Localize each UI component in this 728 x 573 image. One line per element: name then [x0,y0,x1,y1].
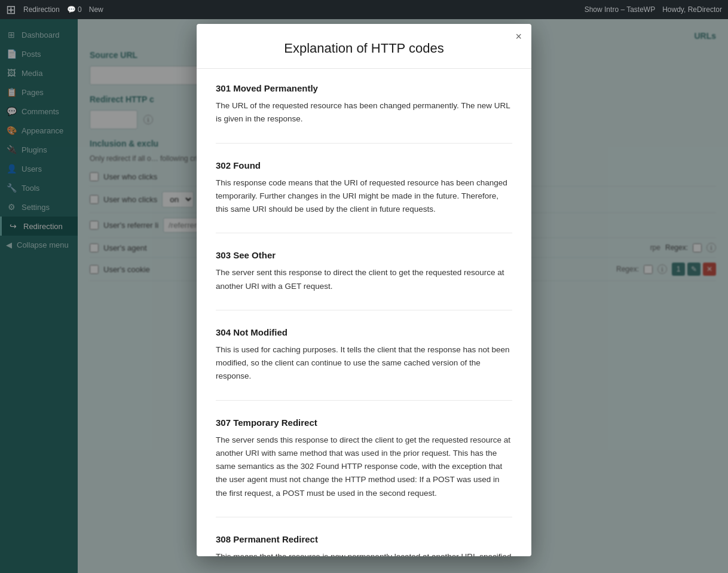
http-desc-301: The URL of the requested resource has be… [216,99,512,126]
http-title-302: 302 Found [216,160,512,170]
http-section-303: 303 See Other The server sent this respo… [216,250,512,293]
modal-close-button[interactable]: × [515,31,522,42]
divider-3 [216,310,512,310]
divider-4 [216,400,512,401]
http-section-302: 302 Found This response code means that … [216,160,512,217]
http-title-304: 304 Not Modified [216,327,512,337]
comments-link[interactable]: 💬 0 [67,5,82,14]
http-section-304: 304 Not Modified This is used for cachin… [216,327,512,383]
modal-http-codes: × Explanation of HTTP codes 301 Moved Pe… [197,24,531,556]
http-desc-308: This means that the resource is now perm… [216,550,512,556]
divider-2 [216,233,512,233]
http-section-307: 307 Temporary Redirect The server sends … [216,417,512,500]
new-link[interactable]: New [89,5,103,14]
show-intro-link[interactable]: Show Intro – TasteWP [585,5,656,14]
divider-1 [216,143,512,144]
http-desc-307: The server sends this response to direct… [216,434,512,500]
wp-logo-icon[interactable]: ⊞ [6,2,16,17]
http-title-307: 307 Temporary Redirect [216,417,512,428]
modal-overlay[interactable]: × Explanation of HTTP codes 301 Moved Pe… [78,19,728,573]
howdy-label: Howdy, ReDirector [662,5,722,14]
modal-title: Explanation of HTTP codes [197,24,531,69]
http-title-303: 303 See Other [216,250,512,260]
http-desc-302: This response code means that the URI of… [216,176,512,217]
http-section-301: 301 Moved Permanently The URL of the req… [216,83,512,126]
modal-body: 301 Moved Permanently The URL of the req… [197,69,531,556]
http-desc-303: The server sent this response to direct … [216,266,512,293]
site-name[interactable]: Redirection [23,5,60,14]
http-section-308: 308 Permanent Redirect This means that t… [216,534,512,556]
divider-5 [216,517,512,517]
http-desc-304: This is used for caching purposes. It te… [216,343,512,383]
wp-layout: ⊞ Dashboard 📄 Posts 🖼 Media 📋 Pages 💬 Co… [0,19,728,573]
main-content: URLs Source URL ℹ ℹ Redirect HTTP c ℹ In… [78,19,728,573]
admin-bar: ⊞ Redirection 💬 0 New Show Intro – Taste… [0,0,728,19]
http-title-301: 301 Moved Permanently [216,83,512,93]
http-title-308: 308 Permanent Redirect [216,534,512,544]
